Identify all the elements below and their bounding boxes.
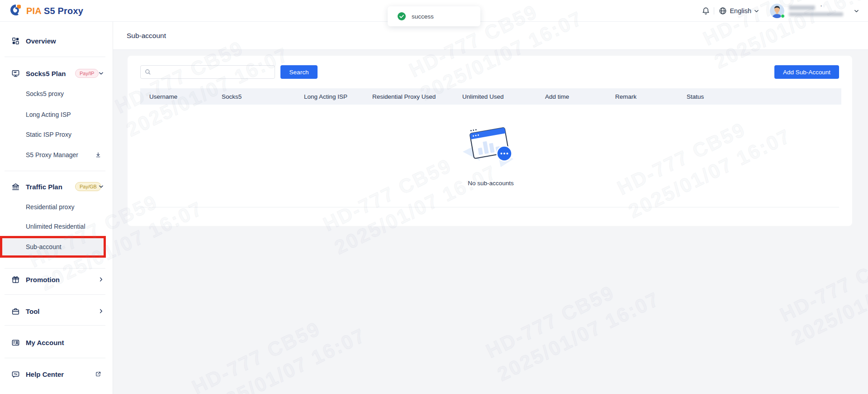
chevron-right-icon — [99, 309, 109, 314]
gift-icon — [11, 275, 20, 284]
language-label: English — [730, 7, 751, 14]
sidebar-label: Traffic Plan — [26, 183, 62, 191]
table-header-row: Username Socks5 Long Acting ISP Resident… — [140, 88, 841, 105]
sidebar-item-tool[interactable]: Tool — [0, 303, 113, 319]
column-header-socks5: Socks5 — [222, 93, 304, 100]
column-header-long-acting-isp: Long Acting ISP — [304, 93, 372, 100]
sidebar-label: Help Center — [26, 370, 64, 378]
sidebar-divider — [5, 171, 105, 171]
add-sub-account-button[interactable]: Add Sub-Account — [774, 65, 839, 79]
sidebar-sublabel: Unlimited Residential — [26, 223, 85, 230]
paygb-badge: Pay/GB — [75, 182, 101, 191]
briefcase-icon — [11, 307, 20, 316]
search-input[interactable] — [140, 65, 275, 79]
sidebar-item-residential-proxy[interactable]: Residential proxy — [0, 199, 113, 215]
chevron-down-icon — [99, 71, 109, 76]
sidebar-item-promotion[interactable]: Promotion — [0, 271, 113, 288]
chat-bubble-icon — [11, 370, 20, 379]
sidebar-label: My Account — [26, 339, 64, 346]
download-icon[interactable] — [95, 152, 107, 158]
sidebar-sublabel: Socks5 proxy — [26, 90, 64, 97]
toast-message: success — [412, 13, 434, 20]
nav-divider — [714, 7, 714, 14]
grid-icon — [11, 37, 20, 45]
logo-rest: S5 Proxy — [44, 6, 83, 16]
sidebar-item-my-account[interactable]: My Account — [0, 334, 113, 351]
column-header-status: Status — [687, 93, 841, 100]
table-bottom-divider — [140, 207, 839, 207]
sidebar-label: Promotion — [26, 276, 60, 283]
language-selector[interactable]: English — [719, 7, 759, 15]
sidebar-label: Socks5 Plan — [26, 70, 66, 77]
sidebar-item-overview[interactable]: Overview — [0, 33, 113, 49]
sidebar-divider — [5, 325, 105, 326]
nav-right: English ’ — [702, 0, 859, 22]
logo[interactable]: PIAS5 Proxy — [9, 0, 83, 22]
chevron-right-icon — [99, 277, 109, 282]
globe-icon — [719, 7, 727, 15]
column-header-residential-proxy-used: Residential Proxy Used — [372, 93, 462, 100]
sub-account-card: Search Add Sub-Account Username Socks5 L… — [128, 56, 852, 226]
chevron-down-icon — [754, 9, 759, 14]
column-header-username: Username — [149, 93, 222, 100]
sidebar-sublabel: Sub-account — [26, 243, 62, 250]
external-link-icon — [95, 371, 107, 377]
sidebar-divider — [5, 294, 105, 295]
username-redacted: ’ — [789, 5, 848, 16]
sidebar-item-sub-account[interactable]: Sub-account — [0, 239, 113, 255]
id-card-icon — [11, 338, 20, 347]
column-header-remark: Remark — [615, 93, 687, 100]
chevron-down-icon — [99, 184, 109, 189]
user-menu[interactable]: ’ — [770, 4, 859, 18]
monitor-icon — [11, 69, 20, 78]
sidebar: Overview Socks5 Plan Pay/IP Socks5 proxy… — [0, 22, 113, 394]
empty-state: No sub-accounts — [140, 123, 841, 187]
sidebar-item-s5-proxy-manager[interactable]: S5 Proxy Manager — [0, 147, 113, 163]
online-status-dot — [781, 14, 785, 18]
sidebar-item-traffic-plan[interactable]: Traffic Plan Pay/GB — [0, 178, 113, 195]
column-header-add-time: Add time — [545, 93, 615, 100]
success-check-icon — [398, 12, 406, 20]
sidebar-item-long-acting-isp[interactable]: Long Acting ISP — [0, 106, 113, 123]
empty-state-illustration — [461, 123, 521, 169]
page-title: Sub-account — [127, 22, 166, 50]
title-bar: Sub-account — [113, 22, 868, 50]
avatar — [770, 4, 784, 18]
bank-icon — [11, 183, 20, 191]
bell-icon[interactable] — [702, 7, 710, 15]
sidebar-item-socks5-plan[interactable]: Socks5 Plan Pay/IP — [0, 65, 113, 82]
sidebar-item-unlimited-residential[interactable]: Unlimited Residential — [0, 218, 113, 235]
sidebar-divider — [5, 268, 105, 269]
sidebar-item-help-center[interactable]: Help Center — [0, 366, 113, 382]
sidebar-divider — [5, 57, 105, 57]
sidebar-label: Tool — [26, 308, 40, 315]
logo-icon — [9, 3, 23, 19]
logo-pia: PIA — [26, 6, 42, 16]
payip-badge: Pay/IP — [75, 69, 99, 78]
chevron-down-icon — [854, 9, 859, 14]
sidebar-sublabel: Long Acting ISP — [26, 111, 71, 118]
sidebar-item-static-isp-proxy[interactable]: Static ISP Proxy — [0, 126, 113, 143]
search-button[interactable]: Search — [280, 65, 318, 79]
sidebar-sublabel: Static ISP Proxy — [26, 131, 71, 138]
sidebar-label: Overview — [26, 37, 56, 45]
sidebar-divider — [5, 358, 105, 358]
sidebar-item-socks5-proxy[interactable]: Socks5 proxy — [0, 86, 113, 102]
success-toast: success — [388, 6, 480, 26]
logo-text: PIAS5 Proxy — [26, 6, 83, 16]
sidebar-sublabel: Residential proxy — [26, 203, 74, 211]
empty-state-text: No sub-accounts — [468, 180, 513, 187]
sidebar-sublabel: S5 Proxy Manager — [26, 151, 78, 159]
column-header-unlimited-used: Unlimited Used — [462, 93, 545, 100]
